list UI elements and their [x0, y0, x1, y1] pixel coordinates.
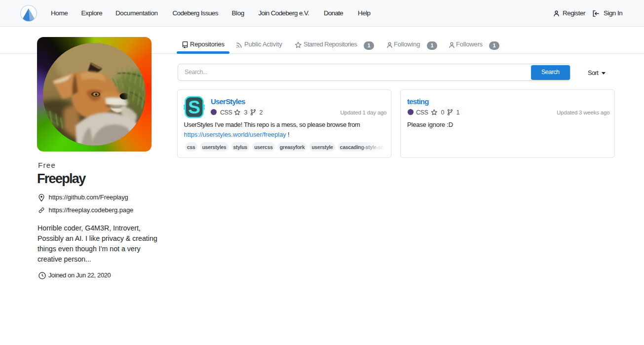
svg-text:S: S [188, 97, 200, 117]
